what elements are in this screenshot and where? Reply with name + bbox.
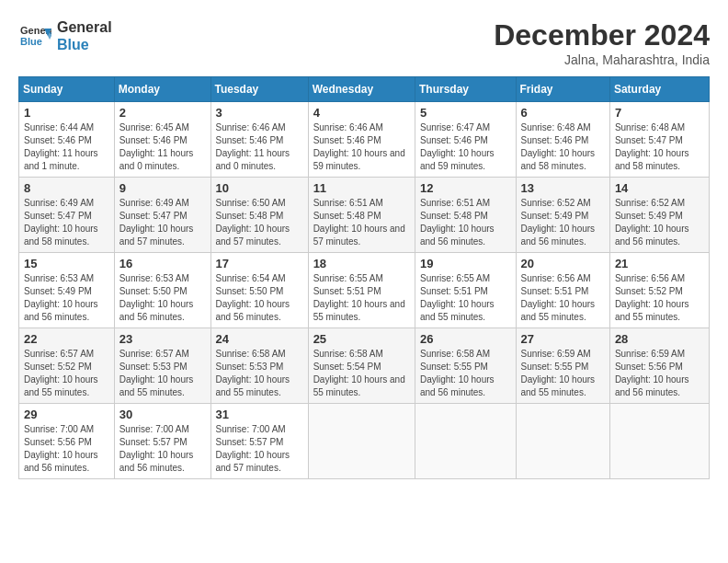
- day-header-saturday: Saturday: [609, 77, 709, 102]
- calendar-cell: 17Sunrise: 6:54 AMSunset: 5:50 PMDayligh…: [210, 253, 308, 328]
- day-detail: Sunrise: 6:48 AMSunset: 5:47 PMDaylight:…: [615, 122, 689, 171]
- logo-text-general: General: [57, 18, 112, 36]
- day-header-tuesday: Tuesday: [210, 77, 308, 102]
- week-row-5: 29Sunrise: 7:00 AMSunset: 5:56 PMDayligh…: [19, 404, 710, 479]
- day-detail: Sunrise: 6:52 AMSunset: 5:49 PMDaylight:…: [615, 198, 689, 247]
- calendar-cell: 11Sunrise: 6:51 AMSunset: 5:48 PMDayligh…: [308, 178, 415, 253]
- day-number: 3: [216, 106, 303, 120]
- calendar-cell: 24Sunrise: 6:58 AMSunset: 5:53 PMDayligh…: [210, 328, 308, 404]
- calendar-cell: 18Sunrise: 6:55 AMSunset: 5:51 PMDayligh…: [308, 253, 415, 328]
- day-number: 29: [24, 408, 109, 421]
- calendar-cell: 16Sunrise: 6:53 AMSunset: 5:50 PMDayligh…: [114, 253, 210, 328]
- location: Jalna, Maharashtra, India: [494, 52, 710, 67]
- day-number: 23: [119, 332, 206, 346]
- day-detail: Sunrise: 6:59 AMSunset: 5:55 PMDaylight:…: [521, 349, 596, 397]
- calendar-cell: 31Sunrise: 7:00 AMSunset: 5:57 PMDayligh…: [210, 404, 308, 479]
- calendar-cell: 25Sunrise: 6:58 AMSunset: 5:54 PMDayligh…: [308, 328, 415, 404]
- day-number: 18: [313, 257, 410, 270]
- day-detail: Sunrise: 6:58 AMSunset: 5:54 PMDaylight:…: [313, 349, 405, 397]
- calendar-cell: 3Sunrise: 6:46 AMSunset: 5:46 PMDaylight…: [210, 102, 308, 178]
- calendar-cell: 5Sunrise: 6:47 AMSunset: 5:46 PMDaylight…: [415, 102, 516, 178]
- day-number: 22: [24, 332, 109, 346]
- calendar-cell: 30Sunrise: 7:00 AMSunset: 5:57 PMDayligh…: [114, 404, 210, 479]
- day-detail: Sunrise: 6:55 AMSunset: 5:51 PMDaylight:…: [313, 273, 405, 322]
- day-detail: Sunrise: 6:59 AMSunset: 5:56 PMDaylight:…: [615, 349, 689, 397]
- day-number: 9: [119, 181, 206, 195]
- logo-text-blue: Blue: [57, 36, 112, 53]
- day-detail: Sunrise: 6:54 AMSunset: 5:50 PMDaylight:…: [216, 273, 290, 322]
- day-number: 13: [521, 181, 605, 195]
- week-row-2: 8Sunrise: 6:49 AMSunset: 5:47 PMDaylight…: [19, 178, 710, 253]
- day-header-thursday: Thursday: [415, 77, 516, 102]
- calendar-cell: 29Sunrise: 7:00 AMSunset: 5:56 PMDayligh…: [19, 404, 115, 479]
- month-title: December 2024: [494, 18, 710, 52]
- day-detail: Sunrise: 7:00 AMSunset: 5:56 PMDaylight:…: [24, 424, 98, 473]
- day-header-sunday: Sunday: [19, 77, 115, 102]
- calendar-cell: 2Sunrise: 6:45 AMSunset: 5:46 PMDaylight…: [114, 102, 210, 178]
- day-detail: Sunrise: 6:45 AMSunset: 5:46 PMDaylight:…: [119, 122, 194, 171]
- day-detail: Sunrise: 6:50 AMSunset: 5:48 PMDaylight:…: [216, 198, 290, 247]
- day-detail: Sunrise: 6:47 AMSunset: 5:46 PMDaylight:…: [420, 122, 495, 171]
- calendar-cell: 23Sunrise: 6:57 AMSunset: 5:53 PMDayligh…: [114, 328, 210, 404]
- svg-text:Blue: Blue: [20, 36, 42, 47]
- day-number: 16: [119, 257, 206, 270]
- day-detail: Sunrise: 6:48 AMSunset: 5:46 PMDaylight:…: [521, 122, 596, 171]
- calendar-body: 1Sunrise: 6:44 AMSunset: 5:46 PMDaylight…: [19, 102, 710, 479]
- day-number: 25: [313, 332, 410, 346]
- calendar-cell: [308, 404, 415, 479]
- day-number: 5: [420, 106, 511, 120]
- day-detail: Sunrise: 6:51 AMSunset: 5:48 PMDaylight:…: [420, 198, 495, 247]
- day-number: 4: [313, 106, 410, 120]
- day-number: 30: [119, 408, 206, 421]
- day-number: 31: [216, 408, 303, 421]
- week-row-1: 1Sunrise: 6:44 AMSunset: 5:46 PMDaylight…: [19, 102, 710, 178]
- day-detail: Sunrise: 6:53 AMSunset: 5:49 PMDaylight:…: [24, 273, 98, 322]
- day-number: 1: [24, 106, 109, 120]
- day-number: 7: [615, 106, 704, 120]
- calendar-cell: [609, 404, 709, 479]
- week-row-4: 22Sunrise: 6:57 AMSunset: 5:52 PMDayligh…: [19, 328, 710, 404]
- week-row-3: 15Sunrise: 6:53 AMSunset: 5:49 PMDayligh…: [19, 253, 710, 328]
- day-detail: Sunrise: 6:49 AMSunset: 5:47 PMDaylight:…: [24, 198, 98, 247]
- calendar-cell: 26Sunrise: 6:58 AMSunset: 5:55 PMDayligh…: [415, 328, 516, 404]
- day-number: 10: [216, 181, 303, 195]
- calendar-cell: 7Sunrise: 6:48 AMSunset: 5:47 PMDaylight…: [609, 102, 709, 178]
- day-number: 19: [420, 257, 511, 270]
- title-block: December 2024 Jalna, Maharashtra, India: [494, 18, 710, 67]
- page-header: General Blue General Blue December 2024 …: [18, 18, 710, 67]
- day-number: 21: [615, 257, 704, 270]
- day-detail: Sunrise: 6:56 AMSunset: 5:51 PMDaylight:…: [521, 273, 596, 322]
- calendar-cell: 4Sunrise: 6:46 AMSunset: 5:46 PMDaylight…: [308, 102, 415, 178]
- day-number: 28: [615, 332, 704, 346]
- day-number: 26: [420, 332, 511, 346]
- day-detail: Sunrise: 6:51 AMSunset: 5:48 PMDaylight:…: [313, 198, 405, 247]
- calendar-cell: 13Sunrise: 6:52 AMSunset: 5:49 PMDayligh…: [516, 178, 609, 253]
- day-detail: Sunrise: 6:44 AMSunset: 5:46 PMDaylight:…: [24, 122, 98, 171]
- day-number: 12: [420, 181, 511, 195]
- calendar-cell: 22Sunrise: 6:57 AMSunset: 5:52 PMDayligh…: [19, 328, 115, 404]
- day-detail: Sunrise: 6:57 AMSunset: 5:53 PMDaylight:…: [119, 349, 194, 397]
- day-number: 24: [216, 332, 303, 346]
- day-number: 2: [119, 106, 206, 120]
- day-header-friday: Friday: [516, 77, 609, 102]
- day-number: 15: [24, 257, 109, 270]
- calendar-cell: 6Sunrise: 6:48 AMSunset: 5:46 PMDaylight…: [516, 102, 609, 178]
- day-detail: Sunrise: 7:00 AMSunset: 5:57 PMDaylight:…: [216, 424, 290, 473]
- logo-icon: General Blue: [18, 19, 51, 52]
- calendar-cell: 9Sunrise: 6:49 AMSunset: 5:47 PMDaylight…: [114, 178, 210, 253]
- calendar-cell: 21Sunrise: 6:56 AMSunset: 5:52 PMDayligh…: [609, 253, 709, 328]
- day-detail: Sunrise: 7:00 AMSunset: 5:57 PMDaylight:…: [119, 424, 194, 473]
- calendar-cell: 27Sunrise: 6:59 AMSunset: 5:55 PMDayligh…: [516, 328, 609, 404]
- day-number: 8: [24, 181, 109, 195]
- calendar-cell: 20Sunrise: 6:56 AMSunset: 5:51 PMDayligh…: [516, 253, 609, 328]
- day-number: 17: [216, 257, 303, 270]
- calendar-cell: 14Sunrise: 6:52 AMSunset: 5:49 PMDayligh…: [609, 178, 709, 253]
- day-detail: Sunrise: 6:57 AMSunset: 5:52 PMDaylight:…: [24, 349, 98, 397]
- calendar-cell: 12Sunrise: 6:51 AMSunset: 5:48 PMDayligh…: [415, 178, 516, 253]
- day-header-wednesday: Wednesday: [308, 77, 415, 102]
- day-header-monday: Monday: [114, 77, 210, 102]
- calendar-header-row: SundayMondayTuesdayWednesdayThursdayFrid…: [19, 77, 710, 102]
- calendar-cell: 1Sunrise: 6:44 AMSunset: 5:46 PMDaylight…: [19, 102, 115, 178]
- day-detail: Sunrise: 6:46 AMSunset: 5:46 PMDaylight:…: [216, 122, 290, 171]
- day-detail: Sunrise: 6:46 AMSunset: 5:46 PMDaylight:…: [313, 122, 405, 171]
